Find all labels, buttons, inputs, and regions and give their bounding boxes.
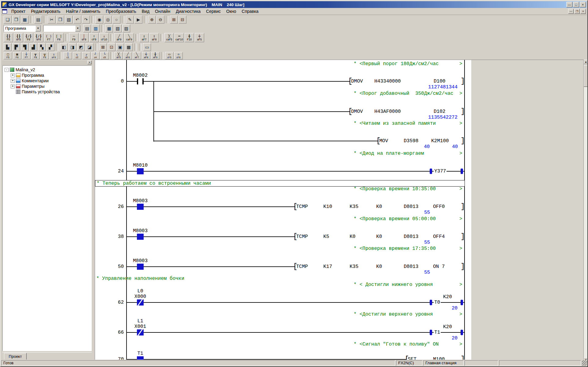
instruction-text[interactable]: K0	[376, 204, 382, 209]
child-window-icon[interactable]	[2, 9, 7, 13]
ladder-editor[interactable]: * <Первый порог 180Дж/см2/час>0M8002[DMO…	[95, 60, 471, 362]
monitor-stop-button[interactable]: ◨	[68, 43, 76, 51]
scrollbar-thumb[interactable]	[584, 65, 588, 87]
sfc-rule-5-button[interactable]: └c5	[100, 52, 109, 59]
instruction-text[interactable]: K35	[350, 264, 358, 269]
instruction-text[interactable]: K10	[323, 204, 332, 209]
contact-x001[interactable]	[137, 329, 144, 335]
instruction-text[interactable]: TCMP	[296, 204, 308, 209]
tree-expand-icon[interactable]: +	[11, 79, 15, 83]
coil-label[interactable]: T1	[434, 330, 441, 335]
coil-left-paren-icon[interactable]	[430, 330, 432, 335]
device-batch-monitor-button[interactable]: ◩	[77, 43, 85, 51]
new-project-button[interactable]: ❏	[4, 16, 12, 24]
find-device-button[interactable]: ◎	[104, 16, 112, 24]
chevron-down-icon[interactable]: ▼	[75, 25, 80, 32]
tree-item-device-memory[interactable]: Память устройства	[3, 89, 91, 95]
undo-button[interactable]: ↶	[73, 16, 81, 24]
menu-item-7[interactable]: Сервис	[203, 8, 223, 15]
menu-item-4[interactable]: Вид	[139, 8, 152, 15]
sfc-block-step-button[interactable]: ▣F6	[13, 52, 21, 59]
delete-horizontal-line-button[interactable]: ╱aF9	[114, 33, 124, 42]
sfc-delete-5-button[interactable]: ╂aF9	[151, 52, 160, 59]
maximize-button[interactable]: □	[573, 2, 579, 7]
menu-item-2[interactable]: Найти / заменить	[63, 8, 103, 15]
rising-pulse-button[interactable]: ↑cF9	[89, 33, 99, 42]
instruction-text[interactable]: D100	[434, 79, 445, 84]
device-comment-display-button[interactable]: ⊟	[178, 16, 186, 24]
parallel-closed-contact-button[interactable]: ┨/┠sF6	[34, 33, 43, 42]
convert-run-button[interactable]: ▛	[12, 43, 20, 51]
tree-item-comments[interactable]: +Комментарии	[3, 78, 91, 83]
menu-item-6[interactable]: Диагностика	[173, 8, 203, 15]
sfc-step-button[interactable]: □F5	[4, 52, 12, 59]
open-project-button[interactable]: ❐	[12, 16, 20, 24]
tab-project[interactable]: Проект	[4, 353, 27, 360]
read-from-plc-button[interactable]: ▟	[29, 43, 37, 51]
instruction-text[interactable]: ON 7	[433, 264, 445, 269]
edit-line-button[interactable]: ╋F10	[185, 33, 194, 42]
parallel-open-contact-button[interactable]: ┨┠sF5	[14, 33, 23, 42]
sfc-transition-button[interactable]: ┼F7	[22, 52, 31, 59]
instruction-text[interactable]: K35	[350, 204, 358, 209]
instruction-text[interactable]: K0	[376, 264, 382, 269]
instruction-text[interactable]: OFF4	[433, 234, 445, 239]
delete-line-button[interactable]: ┿aF5	[195, 33, 204, 42]
scan-time-button[interactable]: ⊡	[108, 43, 116, 51]
convert-button[interactable]: ▙	[4, 43, 12, 51]
write-to-plc-button[interactable]: ▚	[38, 43, 46, 51]
horizontal-line-button[interactable]: ─F9	[69, 33, 79, 42]
instruction-text[interactable]: D8013	[404, 264, 418, 269]
menu-item-0[interactable]: Проект	[9, 8, 28, 15]
instruction-text[interactable]: TCMP	[296, 264, 308, 269]
instruction-text[interactable]: OFF0	[433, 204, 445, 209]
scroll-up-icon[interactable]: ▲	[584, 60, 588, 64]
sfc-view-button[interactable]: ▥	[92, 24, 100, 32]
contact-m8003[interactable]	[137, 204, 144, 210]
contact-m8002[interactable]	[137, 78, 144, 84]
ladder-view-button[interactable]: ▤	[83, 24, 91, 32]
close-icon[interactable]: ×	[87, 61, 92, 64]
close-button[interactable]: ×	[580, 2, 586, 7]
coil-left-paren-icon[interactable]	[430, 169, 432, 174]
sfc-zoom-button[interactable]: ▫cF6	[174, 52, 183, 59]
instruction-text[interactable]: K2M100	[431, 138, 449, 144]
coil-left-paren-icon[interactable]	[430, 300, 432, 305]
menu-item-3[interactable]: Преобразовать	[103, 8, 139, 15]
contact-m8010[interactable]	[137, 168, 144, 174]
sfc-comment-button[interactable]: ▭cF5	[165, 52, 174, 59]
application-instruction-button[interactable]: [ ]F8	[54, 33, 64, 42]
rising-pulse-branch-button[interactable]: ↥aF7	[139, 33, 149, 42]
instruction-text[interactable]: K0	[376, 234, 382, 239]
project-data-list-button[interactable]: ⊞	[170, 16, 178, 24]
sfc-delete-4-button[interactable]: ┽aF8	[142, 52, 150, 59]
sfc-rule-4-button[interactable]: ┘c4	[91, 52, 100, 59]
program-type-combo[interactable]: Программа ▼	[4, 25, 41, 32]
instruction-text[interactable]: H43340000	[374, 79, 401, 84]
contact-m8003[interactable]	[137, 264, 144, 270]
ladder-logic-test-button[interactable]: ▜	[21, 43, 29, 51]
closed-contact-button[interactable]: ┨/┠F6	[24, 33, 33, 42]
child-minimize-button[interactable]: —	[568, 9, 574, 14]
instruction-text[interactable]: D8013	[404, 204, 418, 209]
remote-stop-button[interactable]: ▩	[125, 43, 133, 51]
ladder-edit-mode-button[interactable]: ✎	[126, 16, 134, 24]
tree-item-program[interactable]: +Программа	[3, 72, 91, 78]
instruction-text[interactable]: TCMP	[296, 234, 308, 239]
sfc-selection-branch-button[interactable]: ┳F8	[31, 52, 40, 59]
save-project-button[interactable]: ▦	[21, 16, 29, 24]
note-edit-button[interactable]: ▨	[122, 24, 130, 32]
sfc-parallel-branch-button[interactable]: ╦F9	[40, 52, 49, 59]
resize-grip[interactable]	[582, 360, 587, 366]
insert-rung-button[interactable]: ━caF10	[175, 33, 184, 42]
child-close-button[interactable]: ×	[580, 9, 586, 14]
sfc-rule-3-button[interactable]: ┌c3	[82, 52, 90, 59]
sfc-delete-3-button[interactable]: ╲aF7	[133, 52, 141, 59]
vertical-scrollbar[interactable]: ▲ ▼	[583, 60, 588, 362]
menu-item-9[interactable]: Справка	[239, 8, 261, 15]
sfc-delete-1-button[interactable]: ╳aF5	[114, 52, 123, 59]
open-contact-button[interactable]: ┨┠F5	[4, 33, 13, 42]
tree-expand-icon[interactable]: +	[11, 73, 15, 77]
coil-button[interactable]: ( )F7	[44, 33, 53, 42]
sfc-delete-2-button[interactable]: ╱aF6	[123, 52, 132, 59]
